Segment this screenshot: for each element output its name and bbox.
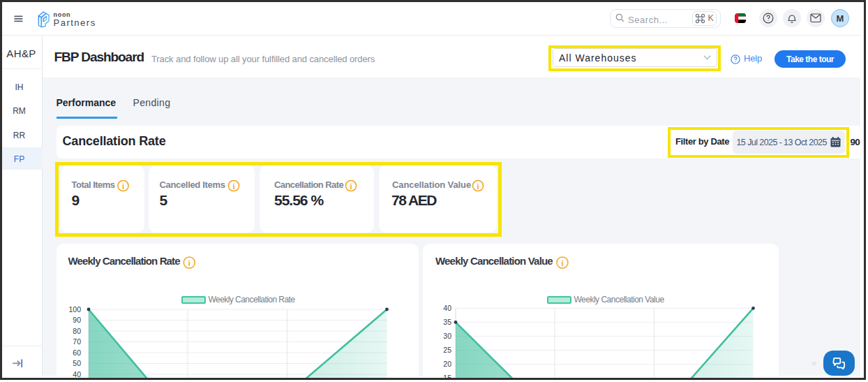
svg-text:i: i <box>561 259 563 267</box>
svg-text:i: i <box>188 259 190 267</box>
svg-text:i: i <box>477 182 479 191</box>
svg-text:i: i <box>122 182 124 191</box>
svg-text:i: i <box>350 182 352 191</box>
svg-text:i: i <box>232 182 234 191</box>
